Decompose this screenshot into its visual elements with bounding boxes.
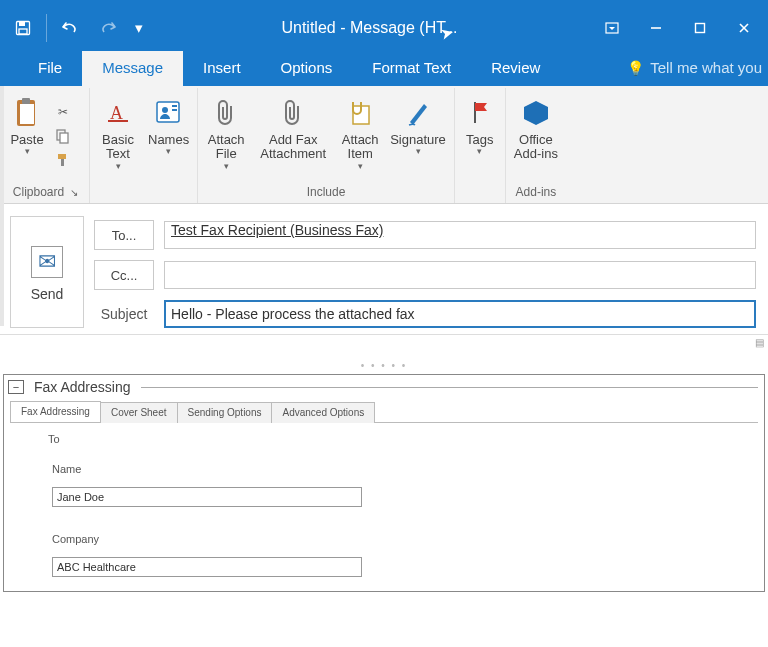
chevron-down-icon: ▾ [416,146,421,156]
tab-insert[interactable]: Insert [183,51,261,86]
message-body[interactable]: ▤ [0,334,768,360]
chevron-down-icon: ▾ [477,146,482,156]
fax-panel-title: Fax Addressing [34,379,131,395]
fax-name-input[interactable] [52,487,362,507]
cc-field[interactable] [164,261,756,289]
addins-icon [519,95,553,129]
attach-file-button[interactable]: Attach File ▾ [202,91,250,181]
fax-to-label: To [48,433,754,445]
close-button[interactable] [724,14,764,42]
to-button[interactable]: To... [94,220,154,250]
addressbook-icon [152,95,186,129]
chevron-down-icon: ▾ [358,161,363,171]
title-bar: ▾ Untitled - Message (HT... ➤ [0,0,768,50]
qat-more-icon[interactable]: ▾ [131,14,147,42]
chevron-down-icon: ▾ [166,146,171,156]
subject-field[interactable] [164,300,756,328]
fax-addressing-panel: − Fax Addressing Fax Addressing Cover Sh… [3,374,765,592]
tab-format-text[interactable]: Format Text [352,51,471,86]
svg-rect-9 [20,104,34,124]
paperclip-icon [276,95,310,129]
minimize-button[interactable] [636,14,676,42]
group-addins: Office Add-ins Add-ins [506,88,566,203]
chevron-down-icon: ▾ [116,161,121,171]
paperclip-icon [209,95,243,129]
group-basic-text: A Basic Text ▾ Names ▾ [90,88,198,203]
resize-grip-icon[interactable]: • • • • • [0,360,768,370]
names-button[interactable]: Names ▾ [144,91,193,181]
svg-rect-10 [22,98,30,104]
maximize-button[interactable] [680,14,720,42]
svg-rect-1 [19,22,25,27]
copy-icon[interactable] [54,127,72,145]
compose-header: ✉ Send To... Test Fax Recipient (Busines… [0,204,768,334]
attach-item-button[interactable]: Attach Item ▾ [336,91,384,181]
collapse-toggle[interactable]: − [8,380,24,394]
tags-button[interactable]: Tags ▾ [459,91,501,181]
cc-button[interactable]: Cc... [94,260,154,290]
flag-icon [463,95,497,129]
ribbon: Paste ▾ ✂ Clipboard↘ A Basic Text ▾ [0,86,768,204]
fax-name-label: Name [52,463,754,475]
fax-tab-cover-sheet[interactable]: Cover Sheet [100,402,178,423]
lightbulb-icon: 💡 [627,60,644,76]
svg-rect-14 [61,159,64,166]
save-icon[interactable] [8,14,38,42]
tell-me-search[interactable]: 💡 Tell me what you [619,51,768,86]
to-field[interactable]: Test Fax Recipient (Business Fax) [164,221,756,249]
svg-rect-5 [696,24,705,33]
redo-icon[interactable] [93,14,123,42]
send-label: Send [31,286,64,302]
dialog-launcher-icon[interactable]: ↘ [70,187,78,198]
fax-tab-sending-options[interactable]: Sending Options [177,402,273,423]
chevron-down-icon: ▾ [224,161,229,171]
svg-rect-19 [172,105,177,107]
ribbon-tabs: File Message Insert Options Format Text … [0,50,768,86]
fax-company-input[interactable] [52,557,362,577]
group-label-include: Include [202,181,450,203]
group-clipboard: Paste ▾ ✂ Clipboard↘ [2,88,90,203]
tell-me-label: Tell me what you [650,59,762,76]
signature-button[interactable]: Signature ▾ [386,91,450,181]
group-label-clipboard: Clipboard [13,185,64,199]
tab-message[interactable]: Message [82,51,183,86]
fax-company-label: Company [52,533,754,545]
font-icon: A [101,95,135,129]
format-painter-icon[interactable] [54,151,72,169]
envelope-icon: ✉ [31,246,63,278]
svg-rect-20 [172,109,177,111]
clipboard-icon [10,95,44,129]
fax-tab-advanced-options[interactable]: Advanced Options [271,402,375,423]
undo-icon[interactable] [55,14,85,42]
group-tags: Tags ▾ [455,88,506,203]
svg-rect-2 [19,29,27,34]
tab-options[interactable]: Options [261,51,353,86]
window-controls [592,8,764,42]
subject-label: Subject [94,306,154,322]
svg-point-18 [162,107,168,113]
window-title: Untitled - Message (HT... [147,13,592,37]
group-label-addins: Add-ins [510,181,562,203]
svg-rect-12 [60,133,68,143]
quick-access-toolbar: ▾ [8,8,147,42]
attach-item-icon [343,95,377,129]
svg-marker-23 [524,101,548,125]
send-button[interactable]: ✉ Send [10,216,84,328]
fax-tabs: Fax Addressing Cover Sheet Sending Optio… [10,401,758,423]
office-addins-button[interactable]: Office Add-ins [510,91,562,181]
add-fax-attachment-button[interactable]: Add Fax Attachment [252,91,334,181]
body-options-icon[interactable]: ▤ [755,337,764,348]
paste-button[interactable]: Paste ▾ [6,91,48,181]
cut-icon[interactable]: ✂ [54,103,72,121]
svg-rect-13 [58,154,66,159]
chevron-down-icon: ▾ [25,146,30,156]
group-include: Attach File ▾ Add Fax Attachment Attach … [198,88,455,203]
fax-tab-addressing[interactable]: Fax Addressing [10,401,101,422]
tab-file[interactable]: File [18,51,82,86]
ribbon-display-icon[interactable] [592,14,632,42]
tab-review[interactable]: Review [471,51,560,86]
basic-text-button[interactable]: A Basic Text ▾ [94,91,142,181]
pen-icon [401,95,435,129]
